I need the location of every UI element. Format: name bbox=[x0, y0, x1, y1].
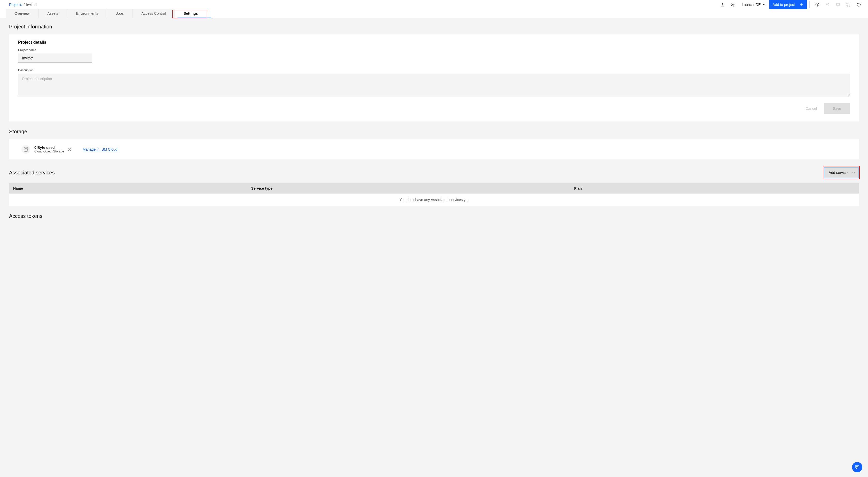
storage-service-name: Cloud Object Storage bbox=[34, 150, 64, 153]
save-button[interactable]: Save bbox=[824, 103, 850, 114]
svg-point-7 bbox=[24, 147, 28, 149]
plus-icon bbox=[800, 3, 803, 6]
breadcrumb-projects-link[interactable]: Projects bbox=[9, 3, 22, 7]
add-user-icon[interactable] bbox=[728, 0, 738, 10]
col-header-plan: Plan bbox=[570, 183, 859, 193]
chevron-down-icon bbox=[763, 4, 766, 5]
project-information-title: Project information bbox=[9, 24, 859, 30]
comment-icon[interactable] bbox=[833, 0, 843, 10]
info-icon[interactable] bbox=[812, 0, 823, 10]
add-to-project-label: Add to project bbox=[773, 3, 795, 7]
tab-environments[interactable]: Environments bbox=[67, 9, 107, 18]
svg-point-0 bbox=[732, 3, 733, 5]
add-service-button[interactable]: Add service bbox=[824, 168, 858, 178]
col-header-type: Service type bbox=[247, 183, 570, 193]
svg-point-2 bbox=[847, 3, 848, 4]
associated-services-title: Associated services bbox=[9, 170, 55, 176]
access-tokens-title: Access tokens bbox=[9, 213, 859, 219]
project-name-input[interactable] bbox=[18, 54, 92, 63]
tab-assets[interactable]: Assets bbox=[38, 9, 67, 18]
services-empty-row: You don't have any Associated services y… bbox=[9, 193, 859, 206]
tab-overview[interactable]: Overview bbox=[6, 9, 38, 18]
tab-jobs[interactable]: Jobs bbox=[107, 9, 132, 18]
help-icon[interactable] bbox=[854, 0, 864, 10]
history-icon[interactable] bbox=[823, 0, 833, 10]
storage-info-icon[interactable] bbox=[68, 148, 71, 151]
launch-ide-dropdown[interactable]: Launch IDE bbox=[738, 3, 769, 7]
tab-access-control[interactable]: Access Control bbox=[132, 9, 175, 18]
storage-cylinder-icon bbox=[22, 145, 30, 154]
breadcrumb-separator: / bbox=[24, 3, 25, 7]
manage-storage-link[interactable]: Manage in IBM Cloud bbox=[83, 147, 118, 151]
project-name-label: Project name bbox=[18, 48, 850, 52]
storage-title: Storage bbox=[9, 129, 859, 135]
data-icon[interactable] bbox=[843, 0, 854, 10]
add-to-project-button[interactable]: Add to project bbox=[769, 0, 807, 9]
description-textarea[interactable] bbox=[18, 73, 850, 97]
upload-icon[interactable] bbox=[717, 0, 728, 10]
description-label: Description bbox=[18, 68, 850, 72]
svg-point-5 bbox=[849, 5, 850, 6]
svg-point-3 bbox=[849, 3, 850, 4]
launch-ide-label: Launch IDE bbox=[742, 3, 761, 7]
breadcrumb-current: lrwithtf bbox=[26, 3, 36, 7]
storage-card: 0 Byte used Cloud Object Storage Manage … bbox=[9, 139, 859, 159]
breadcrumb: Projects / lrwithtf bbox=[9, 3, 37, 7]
svg-point-4 bbox=[847, 5, 848, 6]
services-table: Name Service type Plan You don't have an… bbox=[9, 183, 859, 206]
tabs-row: Overview Assets Environments Jobs Access… bbox=[0, 9, 868, 18]
chevron-down-icon bbox=[852, 172, 855, 173]
project-details-heading: Project details bbox=[18, 40, 850, 45]
project-details-card: Project details Project name Description… bbox=[9, 34, 859, 121]
col-header-name: Name bbox=[9, 183, 247, 193]
storage-usage-text: 0 Byte used bbox=[34, 146, 64, 150]
add-service-label: Add service bbox=[829, 171, 847, 175]
tab-settings[interactable]: Settings bbox=[175, 9, 207, 18]
cancel-button[interactable]: Cancel bbox=[801, 103, 822, 114]
tab-settings-label: Settings bbox=[184, 11, 198, 16]
